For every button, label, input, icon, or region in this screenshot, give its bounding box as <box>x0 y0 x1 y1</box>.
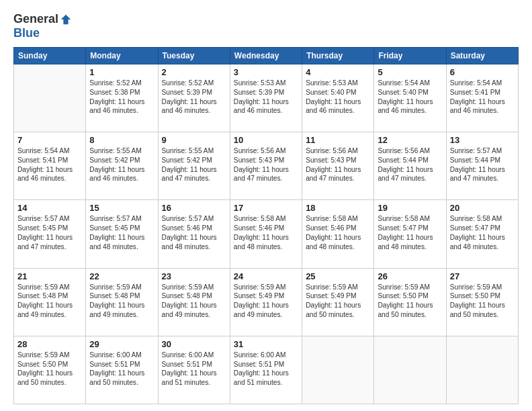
day-number: 1 <box>89 67 154 77</box>
day-info: Sunrise: 5:59 AM Sunset: 5:50 PM Dayligh… <box>378 283 442 320</box>
day-number: 19 <box>378 203 442 213</box>
calendar-cell: 20Sunrise: 5:58 AM Sunset: 5:47 PM Dayli… <box>446 200 518 268</box>
day-number: 5 <box>378 67 442 77</box>
day-info: Sunrise: 6:00 AM Sunset: 5:51 PM Dayligh… <box>162 351 226 387</box>
calendar-cell: 26Sunrise: 5:59 AM Sunset: 5:50 PM Dayli… <box>374 268 446 336</box>
calendar-cell: 24Sunrise: 5:59 AM Sunset: 5:49 PM Dayli… <box>230 268 302 336</box>
day-number: 12 <box>378 135 442 145</box>
day-number: 17 <box>234 203 298 213</box>
calendar-cell: 8Sunrise: 5:55 AM Sunset: 5:42 PM Daylig… <box>86 132 158 200</box>
calendar-cell: 5Sunrise: 5:54 AM Sunset: 5:40 PM Daylig… <box>374 64 446 132</box>
day-number: 16 <box>162 203 226 213</box>
calendar-cell <box>302 336 374 404</box>
calendar-week-row: 1Sunrise: 5:52 AM Sunset: 5:38 PM Daylig… <box>14 64 519 132</box>
calendar-cell: 28Sunrise: 5:59 AM Sunset: 5:50 PM Dayli… <box>14 336 86 404</box>
day-number: 4 <box>306 67 370 77</box>
day-info: Sunrise: 5:59 AM Sunset: 5:48 PM Dayligh… <box>17 283 82 320</box>
day-number: 22 <box>89 271 154 281</box>
day-number: 23 <box>162 271 226 281</box>
calendar-week-row: 21Sunrise: 5:59 AM Sunset: 5:48 PM Dayli… <box>14 268 519 336</box>
day-info: Sunrise: 5:56 AM Sunset: 5:43 PM Dayligh… <box>234 146 298 183</box>
day-number: 18 <box>306 203 370 213</box>
day-info: Sunrise: 5:53 AM Sunset: 5:40 PM Dayligh… <box>306 79 370 116</box>
calendar-header-saturday: Saturday <box>446 48 518 64</box>
day-info: Sunrise: 5:56 AM Sunset: 5:44 PM Dayligh… <box>378 146 442 183</box>
calendar-cell: 9Sunrise: 5:55 AM Sunset: 5:42 PM Daylig… <box>158 132 230 200</box>
day-number: 7 <box>17 135 82 145</box>
calendar-header-row: SundayMondayTuesdayWednesdayThursdayFrid… <box>14 48 519 64</box>
day-info: Sunrise: 5:52 AM Sunset: 5:38 PM Dayligh… <box>89 79 154 116</box>
day-info: Sunrise: 5:59 AM Sunset: 5:49 PM Dayligh… <box>234 283 298 320</box>
logo-blue-text: Blue <box>13 26 40 40</box>
logo: General Blue <box>13 12 72 40</box>
day-info: Sunrise: 6:00 AM Sunset: 5:51 PM Dayligh… <box>89 351 154 387</box>
calendar-cell: 21Sunrise: 5:59 AM Sunset: 5:48 PM Dayli… <box>14 268 86 336</box>
day-info: Sunrise: 5:57 AM Sunset: 5:45 PM Dayligh… <box>89 214 154 251</box>
calendar-cell: 25Sunrise: 5:59 AM Sunset: 5:49 PM Dayli… <box>302 268 374 336</box>
day-number: 26 <box>378 271 442 281</box>
day-info: Sunrise: 5:59 AM Sunset: 5:50 PM Dayligh… <box>450 283 515 320</box>
calendar-cell <box>14 64 86 132</box>
day-info: Sunrise: 5:53 AM Sunset: 5:39 PM Dayligh… <box>234 79 298 116</box>
calendar-cell: 13Sunrise: 5:57 AM Sunset: 5:44 PM Dayli… <box>446 132 518 200</box>
calendar-cell <box>446 336 518 404</box>
day-number: 25 <box>306 271 370 281</box>
day-number: 28 <box>17 339 82 349</box>
day-info: Sunrise: 5:56 AM Sunset: 5:43 PM Dayligh… <box>306 146 370 183</box>
day-info: Sunrise: 5:58 AM Sunset: 5:47 PM Dayligh… <box>378 214 442 251</box>
day-number: 30 <box>162 339 226 349</box>
calendar-cell: 2Sunrise: 5:52 AM Sunset: 5:39 PM Daylig… <box>158 64 230 132</box>
calendar-cell: 15Sunrise: 5:57 AM Sunset: 5:45 PM Dayli… <box>86 200 158 268</box>
calendar-cell: 17Sunrise: 5:58 AM Sunset: 5:46 PM Dayli… <box>230 200 302 268</box>
calendar-cell: 16Sunrise: 5:57 AM Sunset: 5:46 PM Dayli… <box>158 200 230 268</box>
day-number: 11 <box>306 135 370 145</box>
calendar-header-thursday: Thursday <box>302 48 374 64</box>
day-info: Sunrise: 5:59 AM Sunset: 5:49 PM Dayligh… <box>306 283 370 320</box>
calendar-cell: 14Sunrise: 5:57 AM Sunset: 5:45 PM Dayli… <box>14 200 86 268</box>
calendar-header-monday: Monday <box>86 48 158 64</box>
day-info: Sunrise: 5:59 AM Sunset: 5:50 PM Dayligh… <box>17 351 82 387</box>
day-info: Sunrise: 5:57 AM Sunset: 5:44 PM Dayligh… <box>450 146 515 183</box>
day-info: Sunrise: 5:55 AM Sunset: 5:42 PM Dayligh… <box>162 146 226 183</box>
day-info: Sunrise: 5:55 AM Sunset: 5:42 PM Dayligh… <box>89 146 154 183</box>
calendar-cell: 27Sunrise: 5:59 AM Sunset: 5:50 PM Dayli… <box>446 268 518 336</box>
day-info: Sunrise: 5:57 AM Sunset: 5:45 PM Dayligh… <box>17 214 82 251</box>
day-info: Sunrise: 5:58 AM Sunset: 5:47 PM Dayligh… <box>450 214 515 251</box>
logo-general-text: General <box>13 12 58 26</box>
calendar-cell: 18Sunrise: 5:58 AM Sunset: 5:46 PM Dayli… <box>302 200 374 268</box>
day-info: Sunrise: 6:00 AM Sunset: 5:51 PM Dayligh… <box>234 351 298 387</box>
day-number: 13 <box>450 135 515 145</box>
day-number: 10 <box>234 135 298 145</box>
calendar-cell: 31Sunrise: 6:00 AM Sunset: 5:51 PM Dayli… <box>230 336 302 404</box>
day-number: 21 <box>17 271 82 281</box>
calendar-cell: 4Sunrise: 5:53 AM Sunset: 5:40 PM Daylig… <box>302 64 374 132</box>
calendar-week-row: 7Sunrise: 5:54 AM Sunset: 5:41 PM Daylig… <box>14 132 519 200</box>
logo-icon <box>60 13 72 26</box>
day-info: Sunrise: 5:54 AM Sunset: 5:40 PM Dayligh… <box>378 79 442 116</box>
calendar-header-wednesday: Wednesday <box>230 48 302 64</box>
calendar-header-sunday: Sunday <box>14 48 86 64</box>
day-info: Sunrise: 5:54 AM Sunset: 5:41 PM Dayligh… <box>17 146 82 183</box>
calendar-week-row: 14Sunrise: 5:57 AM Sunset: 5:45 PM Dayli… <box>14 200 519 268</box>
day-number: 27 <box>450 271 515 281</box>
day-info: Sunrise: 5:57 AM Sunset: 5:46 PM Dayligh… <box>162 214 226 251</box>
calendar-cell: 1Sunrise: 5:52 AM Sunset: 5:38 PM Daylig… <box>86 64 158 132</box>
day-info: Sunrise: 5:59 AM Sunset: 5:48 PM Dayligh… <box>89 283 154 320</box>
day-number: 3 <box>234 67 298 77</box>
calendar-cell: 23Sunrise: 5:59 AM Sunset: 5:48 PM Dayli… <box>158 268 230 336</box>
calendar-cell: 19Sunrise: 5:58 AM Sunset: 5:47 PM Dayli… <box>374 200 446 268</box>
day-number: 31 <box>234 339 298 349</box>
day-info: Sunrise: 5:52 AM Sunset: 5:39 PM Dayligh… <box>162 79 226 116</box>
calendar-cell: 6Sunrise: 5:54 AM Sunset: 5:41 PM Daylig… <box>446 64 518 132</box>
day-number: 24 <box>234 271 298 281</box>
calendar-cell: 30Sunrise: 6:00 AM Sunset: 5:51 PM Dayli… <box>158 336 230 404</box>
calendar-cell: 12Sunrise: 5:56 AM Sunset: 5:44 PM Dayli… <box>374 132 446 200</box>
calendar-week-row: 28Sunrise: 5:59 AM Sunset: 5:50 PM Dayli… <box>14 336 519 404</box>
day-number: 6 <box>450 67 515 77</box>
day-number: 8 <box>89 135 154 145</box>
calendar-header-tuesday: Tuesday <box>158 48 230 64</box>
day-number: 9 <box>162 135 226 145</box>
day-number: 14 <box>17 203 82 213</box>
day-info: Sunrise: 5:58 AM Sunset: 5:46 PM Dayligh… <box>234 214 298 251</box>
day-info: Sunrise: 5:59 AM Sunset: 5:48 PM Dayligh… <box>162 283 226 320</box>
